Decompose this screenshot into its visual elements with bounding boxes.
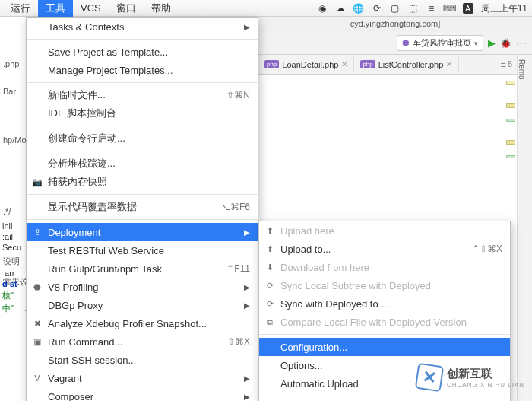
- run-button[interactable]: ▶: [488, 37, 496, 49]
- run-config-selector[interactable]: ⬢ 车贷风控审批页 ▾: [397, 35, 483, 51]
- run-config-label: 车贷风控审批页: [413, 37, 471, 49]
- wechat-icon: ☁: [335, 3, 346, 14]
- menu-item[interactable]: Composer▶: [27, 387, 258, 401]
- menu-item-label: 显示代码覆盖率数据: [48, 200, 220, 214]
- menu-separator: [259, 396, 510, 396]
- menu-item: ⟳Sync Local Subtree with Deployed: [259, 276, 510, 294]
- airplay-icon: ▢: [390, 3, 401, 14]
- tab-label: ListController.php: [378, 60, 444, 69]
- menu-item[interactable]: ⬣V8 Profiling▶: [27, 278, 258, 296]
- window-title: cyd.yingzhongtong.com]: [258, 17, 532, 32]
- menu-run[interactable]: 运行: [3, 0, 38, 17]
- menu-item[interactable]: ✖Analyze Xdebug Profiler Snapshot...: [27, 314, 258, 333]
- right-tool-strip: Remo: [517, 55, 532, 401]
- up-icon: ⬆: [264, 224, 276, 237]
- menu-item-label: Sync with Deployed to ...: [280, 298, 502, 310]
- menu-item[interactable]: VVagrant▶: [27, 369, 258, 387]
- menu-item: ⧉Compare Local File with Deployed Versio…: [259, 313, 510, 331]
- code-line: d st: [2, 279, 17, 288]
- menu-item[interactable]: Manage Project Templates...: [27, 61, 258, 79]
- wifi-icon: ⬚: [408, 3, 419, 14]
- submenu-arrow-icon: ▶: [244, 23, 250, 31]
- menu-item[interactable]: Start SSH session...: [27, 351, 258, 369]
- debug-button[interactable]: 🐞: [500, 38, 511, 49]
- menu-item[interactable]: 新临时文件...⇧⌘N: [27, 86, 258, 104]
- menu-separator: [27, 151, 258, 151]
- remote-host-tab[interactable]: Remo: [518, 55, 526, 80]
- watermark-text-cn: 创新互联: [447, 367, 524, 381]
- menu-window[interactable]: 窗口: [109, 0, 144, 17]
- menu-item-label: 创建命令行启动...: [48, 132, 250, 145]
- submenu-arrow-icon: ▶: [244, 228, 250, 237]
- menu-help[interactable]: 帮助: [144, 0, 179, 17]
- tab-overflow[interactable]: ≣ 5: [496, 60, 517, 68]
- x-icon: ✖: [31, 317, 43, 329]
- menu-item-label: 新临时文件...: [48, 88, 226, 102]
- keyboard-icon: ⌨: [445, 3, 455, 14]
- php-icon: ⬢: [402, 38, 410, 48]
- close-icon[interactable]: ✕: [446, 60, 452, 68]
- menu-item[interactable]: 创建命令行启动...: [27, 129, 258, 148]
- submenu-arrow-icon: ▶: [244, 301, 250, 310]
- sync-icon: ⟳: [372, 3, 382, 14]
- menu-item-label: 捕获内存快照: [48, 175, 250, 189]
- close-icon[interactable]: ✕: [341, 60, 347, 68]
- menu-item[interactable]: 显示代码覆盖率数据⌥⌘F6: [27, 198, 258, 216]
- menu-item-label: Deployment: [48, 227, 244, 238]
- tray-icon: ◉: [317, 3, 328, 14]
- menu-separator: [27, 194, 258, 195]
- hint-mark: [506, 155, 515, 158]
- menu-item-label: Analyze Xdebug Profiler Snapshot...: [48, 318, 250, 329]
- menu-item[interactable]: Configuration...: [259, 338, 510, 356]
- menu-item-label: DBGp Proxy: [48, 300, 244, 311]
- deploy-icon: ⇪: [31, 226, 43, 238]
- menu-item-label: IDE 脚本控制台: [48, 107, 250, 120]
- camera-icon: 📷: [31, 176, 43, 188]
- menu-item[interactable]: ⬆Upload to...⌃⇧⌘X: [259, 240, 510, 258]
- menu-item[interactable]: ⇪Deployment▶: [27, 223, 258, 241]
- chevron-down-icon: ▾: [474, 40, 478, 47]
- menu-item[interactable]: Run Gulp/Grunt/npm Task⌃F11: [27, 259, 258, 278]
- up-icon: ⬆: [264, 243, 276, 255]
- menu-vcs[interactable]: VCS: [73, 1, 109, 15]
- menu-item[interactable]: 📷捕获内存快照: [27, 173, 258, 191]
- tab-listcontroller[interactable]: php ListController.php ✕: [354, 57, 459, 72]
- menu-separator: [259, 334, 510, 335]
- menu-item[interactable]: IDE 脚本控制台: [27, 104, 258, 123]
- editor-tabs: php LoanDetail.php ✕ php ListController.…: [258, 55, 517, 75]
- tab-label: LoanDetail.php: [282, 60, 338, 69]
- menu-item[interactable]: Tasks & Contexts▶: [27, 18, 258, 36]
- term-icon: ▣: [31, 336, 43, 348]
- menu-item[interactable]: ⟳Sync with Deployed to ...: [259, 294, 510, 313]
- php-file-icon: php: [264, 60, 279, 68]
- menu-item-label: Composer: [48, 391, 244, 402]
- watermark-text-py: CHUANG XIN HU LIAN: [447, 381, 524, 388]
- menu-item[interactable]: Test RESTful Web Service: [27, 241, 258, 259]
- menu-item[interactable]: Save Project as Template...: [27, 43, 258, 61]
- menu-item-label: Upload here: [280, 225, 502, 237]
- sync-icon: ⟳: [264, 279, 276, 291]
- menu-item[interactable]: DBGp Proxy▶: [27, 296, 258, 314]
- main-toolbar: ⬢ 车贷风控审批页 ▾ ▶ 🐞 ⋯: [258, 32, 532, 55]
- watermark: ✕ 创新互联 CHUANG XIN HU LIAN: [416, 364, 524, 390]
- toolbar-more[interactable]: ⋯: [516, 37, 526, 49]
- hint-mark: [506, 119, 515, 122]
- menu-item-label: Manage Project Templates...: [48, 65, 250, 76]
- cmp-icon: ⧉: [264, 316, 276, 328]
- menu-tools[interactable]: 工具: [38, 0, 73, 17]
- menu-shortcut: ⇧⌘N: [226, 90, 250, 100]
- menu-shortcut: ⌃⇧⌘X: [472, 243, 502, 254]
- menu-item[interactable]: ▣Run Command...⇧⌘X: [27, 333, 258, 351]
- menu-item[interactable]: 分析堆栈踪迹...: [27, 154, 258, 173]
- warning-mark: [506, 103, 515, 108]
- menu-item-label: Download from here: [280, 262, 502, 273]
- menu-item-label: 分析堆栈踪迹...: [48, 157, 250, 170]
- submenu-arrow-icon: ▶: [244, 283, 250, 291]
- menu-item-label: Start SSH session...: [48, 355, 250, 366]
- input-method-icon: A: [463, 3, 473, 14]
- menu-item-label: Configuration...: [280, 342, 502, 353]
- warning-mark: [506, 140, 515, 145]
- editor-marks: [506, 76, 517, 177]
- tab-loandetail[interactable]: php LoanDetail.php ✕: [258, 57, 354, 72]
- menu-item-label: Upload to...: [280, 243, 472, 255]
